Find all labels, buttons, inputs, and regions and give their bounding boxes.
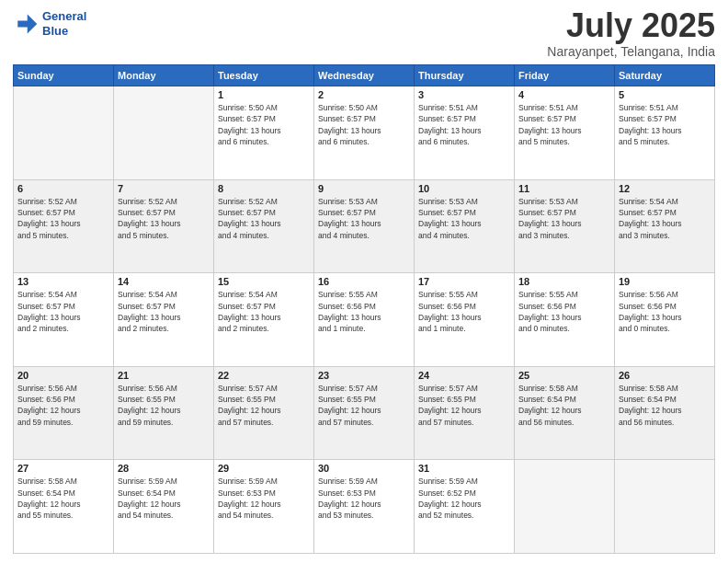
day-info: Sunrise: 5:56 AM Sunset: 6:56 PM Dayligh…: [17, 383, 109, 428]
day-info: Sunrise: 5:53 AM Sunset: 6:57 PM Dayligh…: [318, 196, 410, 241]
day-number: 15: [218, 276, 310, 287]
day-info: Sunrise: 5:57 AM Sunset: 6:55 PM Dayligh…: [218, 383, 310, 428]
day-info: Sunrise: 5:59 AM Sunset: 6:52 PM Dayligh…: [418, 476, 510, 521]
day-number: 9: [318, 183, 410, 194]
day-number: 27: [17, 463, 109, 474]
day-number: 23: [318, 370, 410, 381]
calendar-cell: 6Sunrise: 5:52 AM Sunset: 6:57 PM Daylig…: [14, 179, 114, 273]
day-info: Sunrise: 5:52 AM Sunset: 6:57 PM Dayligh…: [17, 196, 109, 241]
calendar-cell: 28Sunrise: 5:59 AM Sunset: 6:54 PM Dayli…: [114, 460, 214, 554]
calendar-cell: 29Sunrise: 5:59 AM Sunset: 6:53 PM Dayli…: [214, 460, 314, 554]
day-number: 5: [619, 89, 711, 100]
day-info: Sunrise: 5:51 AM Sunset: 6:57 PM Dayligh…: [518, 102, 610, 147]
calendar-cell: 25Sunrise: 5:58 AM Sunset: 6:54 PM Dayli…: [515, 366, 615, 460]
calendar-week-row: 13Sunrise: 5:54 AM Sunset: 6:57 PM Dayli…: [14, 273, 715, 367]
calendar-cell: 9Sunrise: 5:53 AM Sunset: 6:57 PM Daylig…: [314, 179, 415, 273]
day-number: 17: [418, 276, 510, 287]
calendar-cell: 8Sunrise: 5:52 AM Sunset: 6:57 PM Daylig…: [214, 179, 314, 273]
calendar-header-saturday: Saturday: [615, 65, 715, 86]
day-number: 6: [17, 183, 109, 194]
day-info: Sunrise: 5:57 AM Sunset: 6:55 PM Dayligh…: [318, 383, 410, 428]
calendar-cell: 2Sunrise: 5:50 AM Sunset: 6:57 PM Daylig…: [314, 86, 415, 180]
day-number: 19: [619, 276, 711, 287]
day-info: Sunrise: 5:55 AM Sunset: 6:56 PM Dayligh…: [418, 289, 510, 334]
calendar-week-row: 20Sunrise: 5:56 AM Sunset: 6:56 PM Dayli…: [14, 366, 715, 460]
day-number: 7: [118, 183, 210, 194]
calendar-cell: [615, 460, 715, 554]
calendar-week-row: 27Sunrise: 5:58 AM Sunset: 6:54 PM Dayli…: [14, 460, 715, 554]
day-number: 18: [518, 276, 610, 287]
day-number: 13: [17, 276, 109, 287]
logo-text: General Blue: [42, 9, 86, 38]
calendar-cell: 16Sunrise: 5:55 AM Sunset: 6:56 PM Dayli…: [314, 273, 415, 367]
day-info: Sunrise: 5:50 AM Sunset: 6:57 PM Dayligh…: [218, 102, 310, 147]
calendar-cell: 30Sunrise: 5:59 AM Sunset: 6:53 PM Dayli…: [314, 460, 415, 554]
location-title: Narayanpet, Telangana, India: [547, 44, 715, 59]
day-info: Sunrise: 5:54 AM Sunset: 6:57 PM Dayligh…: [619, 196, 711, 241]
day-info: Sunrise: 5:59 AM Sunset: 6:53 PM Dayligh…: [318, 476, 410, 521]
day-number: 11: [518, 183, 610, 194]
day-number: 2: [318, 89, 410, 100]
day-info: Sunrise: 5:58 AM Sunset: 6:54 PM Dayligh…: [17, 476, 109, 521]
day-number: 22: [218, 370, 310, 381]
calendar-header-tuesday: Tuesday: [214, 65, 314, 86]
calendar-header-sunday: Sunday: [14, 65, 114, 86]
logo-icon: [13, 11, 39, 37]
calendar-cell: 21Sunrise: 5:56 AM Sunset: 6:55 PM Dayli…: [114, 366, 214, 460]
day-number: 10: [418, 183, 510, 194]
day-number: 14: [118, 276, 210, 287]
day-number: 26: [619, 370, 711, 381]
day-info: Sunrise: 5:53 AM Sunset: 6:57 PM Dayligh…: [418, 196, 510, 241]
header: General Blue July 2025 Narayanpet, Telan…: [13, 9, 715, 59]
calendar-cell: 12Sunrise: 5:54 AM Sunset: 6:57 PM Dayli…: [615, 179, 715, 273]
calendar-cell: 14Sunrise: 5:54 AM Sunset: 6:57 PM Dayli…: [114, 273, 214, 367]
day-info: Sunrise: 5:55 AM Sunset: 6:56 PM Dayligh…: [518, 289, 610, 334]
day-number: 31: [418, 463, 510, 474]
calendar-cell: [114, 86, 214, 180]
calendar-cell: [14, 86, 114, 180]
day-info: Sunrise: 5:52 AM Sunset: 6:57 PM Dayligh…: [218, 196, 310, 241]
day-info: Sunrise: 5:59 AM Sunset: 6:53 PM Dayligh…: [218, 476, 310, 521]
day-number: 8: [218, 183, 310, 194]
day-number: 3: [418, 89, 510, 100]
day-number: 30: [318, 463, 410, 474]
calendar-header-friday: Friday: [515, 65, 615, 86]
day-info: Sunrise: 5:56 AM Sunset: 6:55 PM Dayligh…: [118, 383, 210, 428]
day-number: 20: [17, 370, 109, 381]
calendar-cell: 27Sunrise: 5:58 AM Sunset: 6:54 PM Dayli…: [14, 460, 114, 554]
day-info: Sunrise: 5:50 AM Sunset: 6:57 PM Dayligh…: [318, 102, 410, 147]
calendar-cell: 4Sunrise: 5:51 AM Sunset: 6:57 PM Daylig…: [515, 86, 615, 180]
day-info: Sunrise: 5:56 AM Sunset: 6:56 PM Dayligh…: [619, 289, 711, 334]
calendar-cell: 22Sunrise: 5:57 AM Sunset: 6:55 PM Dayli…: [214, 366, 314, 460]
calendar-cell: 11Sunrise: 5:53 AM Sunset: 6:57 PM Dayli…: [515, 179, 615, 273]
calendar-header-thursday: Thursday: [415, 65, 515, 86]
calendar-cell: 1Sunrise: 5:50 AM Sunset: 6:57 PM Daylig…: [214, 86, 314, 180]
calendar-cell: 7Sunrise: 5:52 AM Sunset: 6:57 PM Daylig…: [114, 179, 214, 273]
calendar-cell: 20Sunrise: 5:56 AM Sunset: 6:56 PM Dayli…: [14, 366, 114, 460]
day-info: Sunrise: 5:51 AM Sunset: 6:57 PM Dayligh…: [619, 102, 711, 147]
day-info: Sunrise: 5:54 AM Sunset: 6:57 PM Dayligh…: [118, 289, 210, 334]
day-number: 12: [619, 183, 711, 194]
day-number: 29: [218, 463, 310, 474]
month-title: July 2025: [547, 9, 715, 42]
day-info: Sunrise: 5:53 AM Sunset: 6:57 PM Dayligh…: [518, 196, 610, 241]
day-number: 21: [118, 370, 210, 381]
calendar-cell: 17Sunrise: 5:55 AM Sunset: 6:56 PM Dayli…: [415, 273, 515, 367]
calendar-header-wednesday: Wednesday: [314, 65, 415, 86]
calendar-cell: 31Sunrise: 5:59 AM Sunset: 6:52 PM Dayli…: [415, 460, 515, 554]
day-number: 25: [518, 370, 610, 381]
calendar-week-row: 1Sunrise: 5:50 AM Sunset: 6:57 PM Daylig…: [14, 86, 715, 180]
day-info: Sunrise: 5:51 AM Sunset: 6:57 PM Dayligh…: [418, 102, 510, 147]
day-info: Sunrise: 5:52 AM Sunset: 6:57 PM Dayligh…: [118, 196, 210, 241]
calendar-cell: 3Sunrise: 5:51 AM Sunset: 6:57 PM Daylig…: [415, 86, 515, 180]
day-number: 1: [218, 89, 310, 100]
calendar-header-row: SundayMondayTuesdayWednesdayThursdayFrid…: [14, 65, 715, 86]
day-info: Sunrise: 5:57 AM Sunset: 6:55 PM Dayligh…: [418, 383, 510, 428]
day-info: Sunrise: 5:55 AM Sunset: 6:56 PM Dayligh…: [318, 289, 410, 334]
day-info: Sunrise: 5:58 AM Sunset: 6:54 PM Dayligh…: [619, 383, 711, 428]
day-number: 16: [318, 276, 410, 287]
calendar-cell: 19Sunrise: 5:56 AM Sunset: 6:56 PM Dayli…: [615, 273, 715, 367]
day-info: Sunrise: 5:59 AM Sunset: 6:54 PM Dayligh…: [118, 476, 210, 521]
title-block: July 2025 Narayanpet, Telangana, India: [547, 9, 715, 59]
calendar-cell: 10Sunrise: 5:53 AM Sunset: 6:57 PM Dayli…: [415, 179, 515, 273]
